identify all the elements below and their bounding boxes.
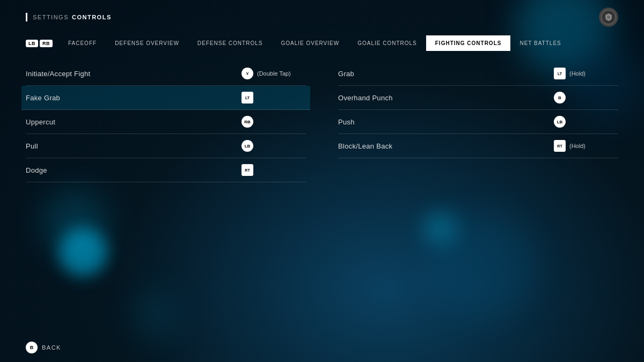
modifier-text: (Hold) (569, 143, 586, 149)
tab-goalie-overview[interactable]: GOALIE OVERVIEW (272, 35, 348, 51)
svg-point-1 (607, 16, 610, 19)
control-binding: B (554, 92, 618, 104)
control-name: Initiate/Accept Fight (26, 70, 241, 78)
table-row: Push LB (338, 110, 618, 134)
control-name: Uppercut (26, 118, 241, 126)
table-row: Block/Lean Back RT (Hold) (338, 134, 618, 158)
header-pipe (26, 13, 27, 21)
modifier-text: (Double Tap) (257, 70, 291, 77)
lt-button-icon: LT (241, 92, 253, 104)
rb-badge[interactable]: RB (40, 40, 53, 47)
b-button-icon: B (554, 92, 566, 104)
lb-button-icon: LB (241, 140, 253, 152)
lt-button-icon: LT (554, 68, 566, 79)
table-row: Uppercut RB (26, 110, 306, 134)
table-row: Initiate/Accept Fight Y (Double Tap) (26, 62, 306, 86)
control-binding: RT (Hold) (554, 140, 618, 152)
rb-button-icon: RB (241, 116, 253, 128)
rt-button-icon: RT (241, 164, 253, 176)
table-row: Dodge RT (26, 158, 306, 182)
controls-area: Initiate/Accept Fight Y (Double Tap) Fak… (26, 62, 618, 182)
control-name: Grab (338, 70, 554, 78)
control-name: Push (338, 118, 554, 126)
logo-icon (601, 10, 616, 25)
right-column: Grab LT (Hold) Overhand Punch B Push LB (327, 62, 618, 182)
control-binding: RT (241, 164, 306, 176)
settings-label: SETTINGS (33, 14, 69, 20)
control-name: Pull (26, 142, 241, 150)
left-column: Initiate/Accept Fight Y (Double Tap) Fak… (26, 62, 327, 182)
control-name: Fake Grab (26, 94, 241, 102)
lb-badge[interactable]: LB (26, 40, 38, 47)
control-name: Dodge (26, 166, 241, 174)
tab-fighting-controls[interactable]: FIGHTING CONTROLS (426, 35, 511, 51)
y-button-icon: Y (241, 68, 253, 79)
controls-label: CONTROLS (72, 14, 112, 20)
tab-faceoff[interactable]: FACEOFF (59, 35, 106, 51)
header-left: SETTINGS CONTROLS (26, 13, 112, 21)
tab-defense-overview[interactable]: DEFENSE OVERVIEW (106, 35, 188, 51)
tab-defense-controls[interactable]: DEFENSE CONTROLS (188, 35, 272, 51)
table-row: Overhand Punch B (338, 86, 618, 110)
main-content: SETTINGS CONTROLS LB RB FACEOFF DEFENSE … (0, 0, 644, 362)
table-row: Grab LT (Hold) (338, 62, 618, 86)
control-name: Overhand Punch (338, 94, 554, 102)
control-name: Block/Lean Back (338, 142, 554, 150)
table-row: Pull LB (26, 134, 306, 158)
control-binding: LB (241, 140, 306, 152)
control-binding: LT (Hold) (554, 68, 618, 79)
header: SETTINGS CONTROLS (26, 0, 618, 32)
tabs-container: LB RB FACEOFF DEFENSE OVERVIEW DEFENSE C… (26, 35, 618, 51)
lb-rb-group: LB RB (26, 40, 53, 47)
logo (599, 8, 618, 27)
control-binding: RB (241, 116, 306, 128)
modifier-text: (Hold) (569, 70, 586, 77)
control-binding: LB (554, 116, 618, 128)
table-row: Fake Grab LT (21, 86, 310, 110)
control-binding: LT (241, 92, 306, 104)
tab-net-battles[interactable]: NET BATTLES (510, 35, 570, 51)
lb-button-icon: LB (554, 116, 566, 128)
tab-goalie-controls[interactable]: GOALIE CONTROLS (348, 35, 426, 51)
rt-button-icon: RT (554, 140, 566, 152)
control-binding: Y (Double Tap) (241, 68, 306, 79)
